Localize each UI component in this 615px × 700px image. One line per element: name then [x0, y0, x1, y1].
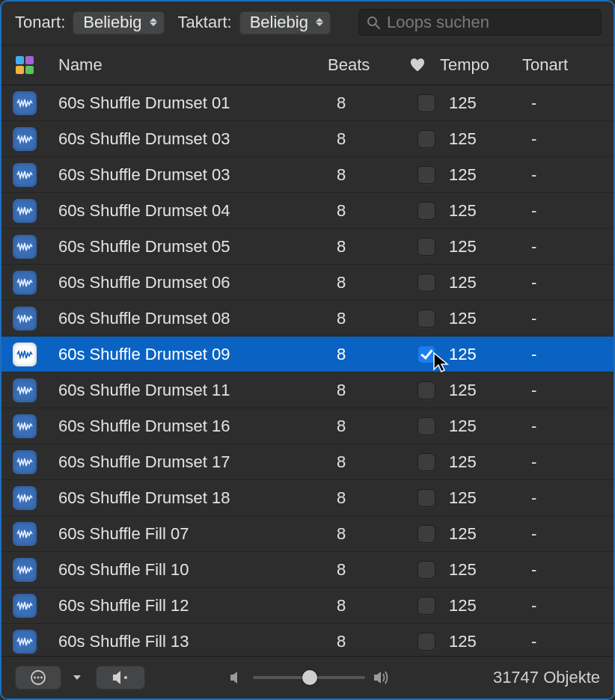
- audio-loop-icon[interactable]: [13, 343, 37, 366]
- volume-thumb[interactable]: [302, 670, 317, 685]
- table-row[interactable]: 60s Shuffle Drumset 01 8 125 -: [1, 85, 614, 121]
- loop-name: 60s Shuffle Fill 12: [48, 596, 337, 615]
- audio-loop-icon[interactable]: [13, 91, 37, 115]
- table-row[interactable]: 60s Shuffle Drumset 03 8 125 -: [1, 157, 614, 193]
- loop-type-icon-cell: [1, 343, 48, 366]
- more-options-button[interactable]: [15, 666, 61, 690]
- svg-point-4: [37, 677, 40, 679]
- filter-button[interactable]: [1, 55, 48, 75]
- loop-type-icon-cell: [1, 414, 48, 438]
- favorite-checkbox[interactable]: [417, 633, 435, 651]
- table-header: Name Beats Tempo Tonart: [1, 46, 614, 85]
- table-row[interactable]: 60s Shuffle Drumset 09 8 125 -: [1, 337, 614, 372]
- audio-loop-icon[interactable]: [13, 127, 37, 151]
- tonart-select[interactable]: Beliebig: [73, 11, 164, 34]
- audio-loop-icon[interactable]: [13, 486, 37, 510]
- grid-filter-icon: [15, 55, 34, 75]
- favorite-checkbox[interactable]: [417, 597, 435, 615]
- audio-loop-icon[interactable]: [13, 271, 37, 295]
- favorite-checkbox[interactable]: [417, 453, 435, 471]
- favorite-checkbox[interactable]: [417, 525, 435, 543]
- table-row[interactable]: 60s Shuffle Fill 13 8 125 -: [1, 624, 614, 656]
- audio-loop-icon[interactable]: [13, 414, 37, 438]
- table-row[interactable]: 60s Shuffle Drumset 04 8 125 -: [1, 193, 614, 229]
- table-row[interactable]: 60s Shuffle Drumset 17 8 125 -: [1, 444, 614, 480]
- column-header-tonart[interactable]: Tonart: [522, 55, 614, 75]
- table-row[interactable]: 60s Shuffle Drumset 16 8 125 -: [1, 408, 614, 444]
- loop-name: 60s Shuffle Drumset 03: [48, 129, 337, 149]
- favorite-checkbox[interactable]: [417, 489, 435, 507]
- loop-tonart: -: [531, 93, 614, 113]
- audio-loop-icon[interactable]: [13, 235, 37, 259]
- loop-browser-window: Tonart: Beliebig Taktart: Beliebig: [0, 0, 615, 700]
- loop-tempo: 125: [449, 632, 531, 651]
- favorite-checkbox[interactable]: [417, 274, 435, 292]
- taktart-select[interactable]: Beliebig: [239, 11, 331, 34]
- loop-tempo: 125: [449, 165, 531, 185]
- table-row[interactable]: 60s Shuffle Drumset 11 8 125 -: [1, 372, 614, 408]
- table-row[interactable]: 60s Shuffle Drumset 03 8 125 -: [1, 121, 614, 157]
- volume-slider[interactable]: [229, 670, 392, 685]
- loop-name: 60s Shuffle Drumset 05: [48, 237, 337, 257]
- loop-beats: 8: [337, 273, 404, 292]
- table-row[interactable]: 60s Shuffle Drumset 06 8 125 -: [1, 265, 614, 301]
- favorite-checkbox[interactable]: [417, 202, 435, 220]
- loop-type-icon-cell: [1, 271, 48, 295]
- loop-name: 60s Shuffle Drumset 03: [48, 165, 337, 185]
- table-row[interactable]: 60s Shuffle Fill 12 8 125 -: [1, 588, 614, 624]
- favorite-checkbox[interactable]: [417, 561, 435, 579]
- audio-loop-icon[interactable]: [13, 163, 37, 187]
- audio-loop-icon[interactable]: [13, 630, 37, 654]
- favorite-checkbox[interactable]: [417, 346, 435, 363]
- favorite-checkbox[interactable]: [417, 94, 435, 112]
- favorite-checkbox[interactable]: [417, 381, 435, 399]
- table-row[interactable]: 60s Shuffle Drumset 05 8 125 -: [1, 229, 614, 265]
- svg-point-3: [34, 677, 36, 679]
- favorite-checkbox[interactable]: [417, 166, 435, 184]
- audio-loop-icon[interactable]: [13, 522, 37, 546]
- favorite-checkbox[interactable]: [417, 130, 435, 148]
- favorite-checkbox[interactable]: [417, 238, 435, 256]
- loop-beats: 8: [337, 452, 404, 472]
- audio-loop-icon[interactable]: [13, 558, 37, 582]
- favorite-cell: [404, 381, 449, 399]
- favorite-cell: [404, 417, 449, 435]
- table-row[interactable]: 60s Shuffle Drumset 18 8 125 -: [1, 480, 614, 516]
- favorite-cell: [404, 561, 449, 579]
- loop-type-icon-cell: [1, 127, 48, 151]
- loop-type-icon-cell: [1, 522, 48, 546]
- object-count: 31747 Objekte: [493, 668, 600, 687]
- table-body[interactable]: 60s Shuffle Drumset 01 8 125 - 60s Shuff…: [1, 85, 614, 656]
- loop-beats: 8: [337, 309, 404, 328]
- taktart-label: Taktart:: [178, 13, 232, 32]
- favorite-cell: [404, 346, 449, 363]
- search-icon: [366, 15, 381, 30]
- loop-tempo: 125: [449, 237, 531, 257]
- favorite-checkbox[interactable]: [417, 310, 435, 328]
- tonart-select-value: Beliebig: [83, 13, 141, 32]
- volume-track[interactable]: [253, 676, 365, 679]
- svg-point-5: [40, 677, 43, 679]
- loop-beats: 8: [337, 201, 404, 221]
- audio-loop-icon[interactable]: [13, 378, 37, 402]
- column-header-beats[interactable]: Beats: [328, 55, 395, 75]
- column-header-name[interactable]: Name: [48, 55, 328, 75]
- table-row[interactable]: 60s Shuffle Fill 07 8 125 -: [1, 516, 614, 552]
- loop-type-icon-cell: [1, 558, 48, 582]
- preview-play-button[interactable]: [96, 666, 145, 690]
- audio-loop-icon[interactable]: [13, 199, 37, 223]
- audio-loop-icon[interactable]: [13, 594, 37, 618]
- search-input[interactable]: [385, 12, 594, 33]
- search-field[interactable]: [358, 9, 602, 36]
- table-row[interactable]: 60s Shuffle Drumset 08 8 125 -: [1, 301, 614, 337]
- column-header-favorite[interactable]: [395, 58, 440, 73]
- favorite-checkbox[interactable]: [417, 417, 435, 435]
- audio-loop-icon[interactable]: [13, 450, 37, 474]
- chevron-down-icon[interactable]: [73, 675, 81, 680]
- audio-loop-icon[interactable]: [13, 307, 37, 331]
- loop-type-icon-cell: [1, 91, 48, 115]
- column-header-tempo[interactable]: Tempo: [440, 55, 522, 75]
- loop-tonart: -: [531, 596, 614, 615]
- loop-type-icon-cell: [1, 486, 48, 510]
- table-row[interactable]: 60s Shuffle Fill 10 8 125 -: [1, 552, 614, 588]
